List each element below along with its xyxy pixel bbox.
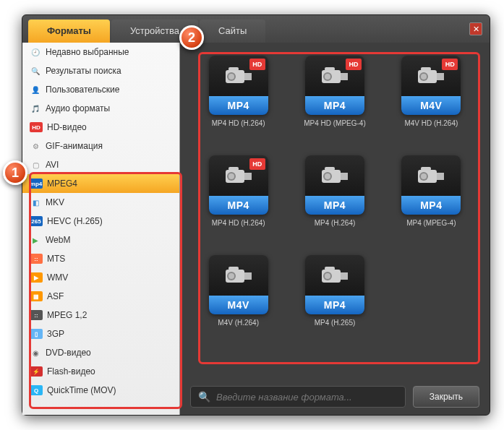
sidebar-item-label: Недавно выбранные (46, 47, 129, 57)
format-item-4[interactable]: MP4MP4 (H.264) (294, 155, 375, 249)
sidebar-item-label: MPEG4 (47, 179, 77, 189)
format-band: MP4 (209, 96, 268, 115)
box-icon: ▢ (30, 159, 41, 171)
sidebar-item-11[interactable]: ::MTS (22, 249, 179, 268)
svg-rect-23 (228, 167, 239, 171)
sidebar-item-label: Flash-видео (47, 366, 95, 377)
format-label: MP4 HD (MPEG-4) (304, 119, 366, 127)
format-label: MP4 (H.265) (315, 319, 356, 327)
sidebar-item-label: Аудио форматы (46, 103, 110, 113)
format-band: MP4 (401, 196, 461, 215)
hd-icon: HD (30, 122, 43, 132)
format-band: MP4 (305, 96, 364, 115)
format-item-5[interactable]: MP4MP4 (MPEG-4) (390, 155, 472, 249)
tab-0[interactable]: Форматы (28, 20, 110, 43)
tabs-bar: ФорматыУстройстваСайты✕ (22, 15, 490, 43)
format-label: M4V HD (H.264) (404, 119, 458, 127)
close-button[interactable]: Закрыть (413, 386, 479, 408)
sidebar-item-label: MPEG 1,2 (47, 310, 87, 320)
sidebar-item-8[interactable]: ◧MKV (22, 193, 179, 212)
format-thumb: M4V (209, 255, 268, 314)
marker-2: 2 (179, 25, 204, 50)
svg-rect-4 (244, 73, 252, 80)
hd-badge: HD (249, 158, 265, 170)
sidebar-item-2[interactable]: 👤Пользовательские (22, 80, 179, 99)
sidebar-item-5[interactable]: ⚙GIF-анимация (22, 137, 179, 155)
format-label: MP4 HD (H.264) (212, 119, 265, 127)
format-band: MP4 (305, 196, 364, 215)
svg-rect-41 (228, 267, 239, 270)
sidebar-item-15[interactable]: ▯3GP (22, 324, 179, 343)
sidebar-item-3[interactable]: 🎵Аудио форматы (22, 99, 179, 118)
close-icon[interactable]: ✕ (469, 22, 482, 35)
hd-badge: HD (442, 59, 458, 70)
search-box[interactable]: 🔍 (190, 386, 406, 408)
sidebar-item-0[interactable]: 🕘Недавно выбранные (22, 43, 179, 61)
search-input[interactable] (216, 392, 398, 403)
sidebar-item-label: DVD-видео (46, 348, 91, 358)
svg-rect-34 (437, 173, 444, 180)
sidebar-item-17[interactable]: ⚡Flash-видео (22, 362, 179, 381)
gif-icon: ⚙ (30, 140, 41, 152)
sidebar-item-13[interactable]: ▦ASF (22, 287, 179, 306)
format-thumb: MP4HD (209, 155, 268, 215)
footer: 🔍 Закрыть (190, 379, 479, 408)
sidebar-item-4[interactable]: HDHD-видео (22, 118, 179, 137)
format-thumb: MP4HD (305, 56, 364, 115)
format-thumb: MP4 (401, 155, 461, 215)
svg-rect-11 (325, 67, 335, 71)
audio-icon: 🎵 (30, 103, 41, 114)
svg-rect-35 (421, 167, 431, 171)
dvd-icon: ◉ (30, 347, 41, 358)
format-thumb: MP4 (305, 255, 364, 314)
format-item-6[interactable]: M4VM4V (H.264) (197, 255, 279, 349)
3gp-icon: ▯ (30, 329, 43, 339)
format-item-0[interactable]: MP4HDMP4 HD (H.264) (197, 56, 279, 150)
svg-rect-17 (421, 67, 431, 71)
svg-point-15 (421, 74, 427, 79)
sidebar-item-label: GIF-анимация (46, 141, 103, 151)
sidebar-item-label: AVI (46, 160, 59, 170)
265-icon: 265 (30, 216, 43, 226)
svg-point-3 (228, 74, 234, 79)
sidebar-item-14[interactable]: ::MPEG 1,2 (22, 306, 179, 324)
svg-rect-16 (437, 73, 444, 80)
sidebar-item-label: HEVC (H.265) (47, 216, 103, 226)
sidebar-item-9[interactable]: 265HEVC (H.265) (22, 212, 179, 231)
sidebar: 🕘Недавно выбранные🔍Результаты поиска👤Пол… (22, 43, 180, 415)
sidebar-item-7[interactable]: mp4MPEG4 (22, 174, 179, 193)
svg-rect-22 (244, 173, 252, 180)
tab-2[interactable]: Сайты (200, 20, 265, 43)
dialog-body: 🕘Недавно выбранные🔍Результаты поиска👤Пол… (22, 43, 490, 415)
marker-1: 1 (3, 160, 27, 185)
camcorder-icon (221, 262, 256, 288)
main-panel: MP4HDMP4 HD (H.264) MP4HDMP4 HD (MPEG-4)… (180, 43, 490, 415)
sidebar-item-16[interactable]: ◉DVD-видео (22, 343, 179, 362)
sidebar-item-10[interactable]: ▶WebM (22, 231, 179, 249)
svg-rect-5 (228, 67, 239, 71)
sidebar-item-12[interactable]: ▶WMV (22, 268, 179, 287)
format-item-3[interactable]: MP4HDMP4 HD (H.264) (197, 155, 279, 249)
wmv-icon: ▶ (30, 272, 43, 283)
svg-point-33 (421, 173, 427, 179)
sidebar-item-6[interactable]: ▢AVI (22, 155, 179, 174)
svg-point-39 (228, 273, 234, 279)
format-thumb: M4VHD (401, 56, 461, 115)
format-band: M4V (401, 96, 461, 115)
sidebar-item-1[interactable]: 🔍Результаты поиска (22, 61, 179, 80)
svg-point-21 (228, 173, 234, 179)
asf-icon: ▦ (30, 291, 43, 301)
sidebar-item-18[interactable]: QQuickTime (MOV) (22, 381, 179, 400)
format-grid: MP4HDMP4 HD (H.264) MP4HDMP4 HD (MPEG-4)… (190, 51, 479, 379)
svg-rect-28 (341, 173, 348, 180)
sidebar-item-label: MTS (47, 254, 65, 264)
format-label: MP4 (H.264) (315, 219, 356, 227)
sidebar-item-label: WebM (46, 235, 70, 245)
format-item-1[interactable]: MP4HDMP4 HD (MPEG-4) (294, 56, 375, 150)
svg-point-45 (325, 273, 330, 279)
format-item-7[interactable]: MP4MP4 (H.265) (294, 255, 375, 349)
svg-point-27 (325, 173, 330, 179)
sidebar-item-label: 3GP (47, 329, 64, 339)
format-item-2[interactable]: M4VHDM4V HD (H.264) (390, 56, 472, 150)
svg-rect-10 (341, 73, 348, 80)
